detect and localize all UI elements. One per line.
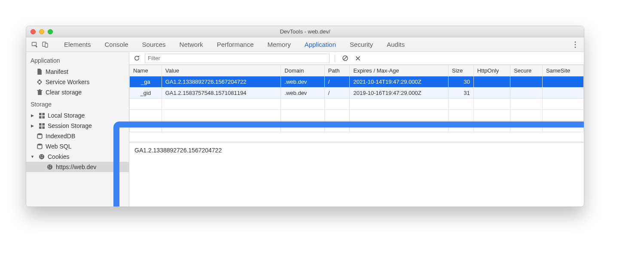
svg-point-19 <box>42 157 43 158</box>
column-header[interactable]: Name <box>130 65 162 76</box>
column-header[interactable]: Size <box>449 65 474 76</box>
expand-arrow-icon[interactable]: ▶ <box>31 113 34 118</box>
table-cell: .web.dev <box>281 88 324 99</box>
svg-point-25 <box>49 168 49 169</box>
cookies-table: NameValueDomainPathExpires / Max-AgeSize… <box>129 65 584 132</box>
sidebar-item-label: Service Workers <box>46 79 89 85</box>
filter-input[interactable] <box>145 54 330 63</box>
table-cell: 2021-10-14T19:47:29.000Z <box>350 76 449 88</box>
table-row[interactable]: _gidGA1.2.1583757548.1571081194.web.dev/… <box>130 88 584 99</box>
tab-console[interactable]: Console <box>104 40 129 49</box>
svg-point-24 <box>50 167 51 168</box>
table-cell: GA1.2.1583757548.1571081194 <box>162 88 281 99</box>
trash-icon <box>37 89 43 95</box>
svg-point-20 <box>40 158 41 158</box>
sidebar-item-indexeddb[interactable]: IndexedDB <box>26 131 129 141</box>
db-icon <box>37 133 43 139</box>
tab-sources[interactable]: Sources <box>141 40 167 49</box>
svg-point-22 <box>48 166 49 167</box>
refresh-icon[interactable] <box>132 54 141 63</box>
grid-icon <box>39 112 45 118</box>
minimize-icon[interactable] <box>39 29 44 34</box>
device-toggle-icon[interactable] <box>40 39 50 50</box>
svg-point-16 <box>39 154 44 159</box>
table-cell: 31 <box>449 88 474 99</box>
inspect-icon[interactable] <box>30 39 40 50</box>
sidebar-item-service-workers[interactable]: Service Workers <box>26 77 129 87</box>
svg-point-4 <box>575 44 576 45</box>
table-cell: _gid <box>130 88 162 99</box>
table-row[interactable]: _gaGA1.2.1338892726.1567204722.web.dev/2… <box>130 76 584 88</box>
svg-point-5 <box>575 46 576 48</box>
table-cell <box>473 76 510 88</box>
expand-arrow-icon[interactable]: ▶ <box>31 124 34 128</box>
more-icon[interactable] <box>570 41 580 48</box>
file-icon <box>37 69 43 75</box>
sidebar-item-manifest[interactable]: Manifest <box>26 67 129 77</box>
svg-rect-11 <box>42 123 45 126</box>
sidebar-item-web-sql[interactable]: Web SQL <box>26 141 129 152</box>
sidebar-item-session-storage[interactable]: ▶Session Storage <box>26 121 129 131</box>
table-cell: / <box>324 76 350 88</box>
column-header[interactable]: Expires / Max-Age <box>350 65 449 76</box>
sidebar-item-label: IndexedDB <box>46 133 75 140</box>
svg-rect-10 <box>39 123 42 126</box>
sidebar-item-cookies-origin[interactable]: https://web.dev <box>26 162 129 172</box>
devtools-window: DevTools - web.dev/ ElementsConsoleSourc… <box>26 26 584 207</box>
column-header[interactable]: SameSite <box>542 65 583 76</box>
expand-arrow-icon[interactable]: ▼ <box>31 155 34 159</box>
table-cell: _ga <box>130 76 162 88</box>
svg-point-14 <box>37 133 42 135</box>
sidebar-item-local-storage[interactable]: ▶Local Storage <box>26 110 129 121</box>
tab-network[interactable]: Network <box>179 40 204 49</box>
sidebar-item-label: Local Storage <box>48 112 85 119</box>
titlebar: DevTools - web.dev/ <box>26 26 584 37</box>
svg-rect-0 <box>32 42 37 46</box>
column-header[interactable]: Secure <box>510 65 543 76</box>
panel-tabs: ElementsConsoleSourcesNetworkPerformance… <box>26 37 584 52</box>
sidebar-section-application: Application <box>26 54 129 67</box>
table-cell: 2019-10-16T19:47:29.000Z <box>350 88 449 99</box>
tab-application[interactable]: Application <box>304 40 337 49</box>
tab-elements[interactable]: Elements <box>63 40 92 49</box>
svg-rect-2 <box>45 43 48 47</box>
table-cell: GA1.2.1338892726.1567204722 <box>162 76 281 88</box>
sidebar-item-cookies[interactable]: ▼Cookies <box>26 152 129 162</box>
table-cell: / <box>324 88 350 99</box>
clear-all-icon[interactable] <box>340 54 350 63</box>
window-title: DevTools - web.dev/ <box>26 28 584 35</box>
sidebar-item-label: Clear storage <box>46 89 82 96</box>
db-icon <box>37 143 43 149</box>
sidebar-section-storage: Storage <box>26 97 129 110</box>
cookie-icon <box>39 154 45 160</box>
cookie-detail: GA1.2.1338892726.1567204722 <box>129 142 584 206</box>
table-cell <box>542 88 583 99</box>
svg-point-17 <box>40 155 41 156</box>
svg-rect-7 <box>42 113 45 115</box>
svg-rect-13 <box>42 126 45 129</box>
column-header[interactable]: Value <box>162 65 281 76</box>
svg-rect-12 <box>39 126 42 129</box>
table-row-empty <box>130 99 584 110</box>
sidebar-item-clear-storage[interactable]: Clear storage <box>26 87 129 97</box>
table-cell: .web.dev <box>281 76 324 88</box>
close-icon[interactable] <box>31 29 36 34</box>
delete-icon[interactable] <box>353 54 363 63</box>
cookie-value-detail: GA1.2.1338892726.1567204722 <box>134 147 222 154</box>
table-cell <box>542 76 583 88</box>
tab-security[interactable]: Security <box>349 40 374 49</box>
column-header[interactable]: HttpOnly <box>473 65 510 76</box>
tab-audits[interactable]: Audits <box>386 40 406 49</box>
cookie-icon <box>47 164 53 170</box>
svg-point-3 <box>575 41 576 42</box>
column-header[interactable]: Domain <box>281 65 324 76</box>
column-header[interactable]: Path <box>324 65 350 76</box>
svg-rect-6 <box>39 113 42 115</box>
tab-memory[interactable]: Memory <box>267 40 292 49</box>
table-cell: 30 <box>449 76 474 88</box>
sidebar: ApplicationManifestService WorkersClear … <box>26 52 129 206</box>
sidebar-item-label: Manifest <box>46 68 68 75</box>
tab-performance[interactable]: Performance <box>216 40 255 49</box>
maximize-icon[interactable] <box>48 29 53 34</box>
svg-point-21 <box>47 164 52 170</box>
